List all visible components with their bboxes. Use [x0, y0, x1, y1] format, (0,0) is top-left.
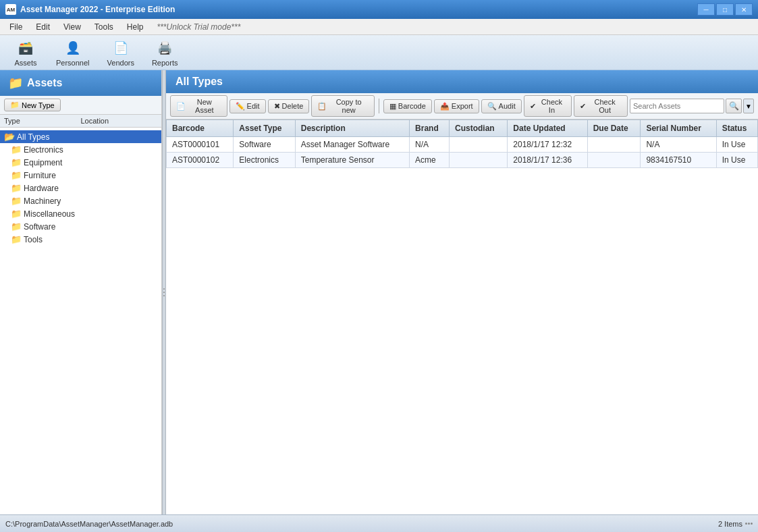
tree-item-all-types[interactable]: 📂 All Types: [0, 130, 161, 143]
left-panel: 📁 Assets 📁 New Type Type Location 📂 All …: [0, 70, 162, 514]
table-row[interactable]: AST0000101SoftwareAsset Manager Software…: [167, 137, 758, 153]
copy-to-new-button[interactable]: 📋 Copy to new: [311, 95, 374, 117]
search-input[interactable]: [630, 99, 724, 113]
menu-view[interactable]: View: [57, 21, 88, 33]
tree-item-label: Tools: [24, 235, 43, 244]
barcode-icon: ▦: [389, 102, 396, 111]
window-title: Asset Manager 2022 - Enterprise Edition: [20, 5, 175, 14]
new-asset-label: New Asset: [188, 98, 221, 114]
table-cell: Acme: [410, 153, 450, 168]
check-in-button[interactable]: ✔ Check In: [524, 95, 572, 117]
toolbar-assets-label: Assets: [14, 59, 36, 67]
toolbar-vendors[interactable]: 📄 Vendors: [100, 35, 142, 70]
table-cell: 2018/1/17 12:32: [508, 137, 587, 153]
table-cell: AST0000101: [167, 137, 234, 153]
audit-button[interactable]: 🔍 Audit: [481, 99, 522, 113]
toolbar-vendors-label: Vendors: [107, 59, 134, 67]
tree-item-label: Hardware: [24, 184, 59, 193]
table-cell: Temperature Sensor: [295, 153, 409, 168]
scroll-right-button[interactable]: ▼: [743, 99, 754, 113]
delete-button[interactable]: ✖ Delete: [268, 99, 310, 113]
col-location-header: Location: [81, 117, 158, 125]
tree-item-machinery[interactable]: 📁 Machinery: [0, 194, 161, 207]
menu-unlock[interactable]: ***Unlock Trial mode***: [151, 21, 248, 33]
check-out-button[interactable]: ✔ Check Out: [574, 95, 628, 117]
toolbar-reports[interactable]: 🖨️ Reports: [144, 35, 186, 70]
toolbar-assets[interactable]: 🗃️ Assets: [5, 35, 46, 70]
asset-type-tree: 📂 All Types 📁 Electronics 📁 Equipment 📁 …: [0, 128, 161, 514]
asset-table: Barcode Asset Type Description Brand Cus…: [166, 119, 758, 168]
minimize-button[interactable]: ─: [697, 3, 715, 16]
tree-item-software[interactable]: 📁 Software: [0, 220, 161, 233]
tree-item-label: All Types: [17, 132, 49, 142]
col-asset-type[interactable]: Asset Type: [234, 120, 295, 137]
main-toolbar: 🗃️ Assets 👤 Personnel 📄 Vendors 🖨️ Repor…: [0, 35, 758, 70]
col-description[interactable]: Description: [295, 120, 409, 137]
new-asset-button[interactable]: 📄 New Asset: [170, 95, 227, 117]
maximize-button[interactable]: □: [716, 3, 734, 16]
barcode-button[interactable]: ▦ Barcode: [383, 99, 432, 113]
edit-label: Edit: [247, 102, 260, 110]
new-type-button[interactable]: 📁 New Type: [4, 99, 61, 111]
right-panel: All Types 📄 New Asset ✏️ Edit ✖ Delete 📋…: [166, 70, 758, 514]
edit-button[interactable]: ✏️ Edit: [229, 99, 266, 113]
title-bar: AM Asset Manager 2022 - Enterprise Editi…: [0, 0, 758, 19]
audit-icon: 🔍: [487, 102, 497, 111]
col-custodian[interactable]: Custodian: [450, 120, 508, 137]
audit-label: Audit: [499, 102, 516, 110]
toolbar-personnel[interactable]: 👤 Personnel: [49, 35, 97, 70]
software-folder-icon: 📁: [11, 221, 22, 232]
resize-grip[interactable]: [745, 523, 753, 525]
item-count: 2 Items: [718, 520, 742, 528]
vendors-icon: 📄: [111, 38, 130, 57]
export-label: Export: [452, 102, 473, 110]
left-panel-toolbar: 📁 New Type: [0, 96, 161, 115]
export-button[interactable]: 📤 Export: [434, 99, 479, 113]
col-due-date[interactable]: Due Date: [587, 120, 641, 137]
tree-item-hardware[interactable]: 📁 Hardware: [0, 182, 161, 194]
check-out-icon: ✔: [580, 102, 586, 111]
col-status[interactable]: Status: [716, 120, 757, 137]
tree-item-furniture[interactable]: 📁 Furniture: [0, 169, 161, 182]
table-cell: In Use: [716, 137, 757, 153]
col-barcode[interactable]: Barcode: [167, 120, 234, 137]
menu-edit[interactable]: Edit: [29, 21, 57, 33]
tree-item-electronics[interactable]: 📁 Electronics: [0, 143, 161, 156]
machinery-folder-icon: 📁: [11, 196, 22, 206]
tree-item-label: Software: [24, 222, 55, 232]
assets-folder-icon: 📁: [8, 76, 23, 90]
tree-item-miscellaneous[interactable]: 📁 Miscellaneous: [0, 207, 161, 220]
copy-label: Copy to new: [329, 98, 368, 114]
check-out-label: Check Out: [588, 98, 622, 114]
delete-icon: ✖: [274, 102, 280, 111]
tools-folder-icon: 📁: [11, 234, 22, 244]
table-cell: N/A: [410, 137, 450, 153]
tree-item-equipment[interactable]: 📁 Equipment: [0, 156, 161, 169]
table-cell: Software: [234, 137, 295, 153]
hardware-folder-icon: 📁: [11, 183, 22, 193]
tree-item-label: Electronics: [24, 145, 63, 155]
tree-item-label: Machinery: [24, 196, 61, 206]
assets-icon: 🗃️: [16, 38, 35, 57]
menu-bar: File Edit View Tools Help ***Unlock Tria…: [0, 19, 758, 35]
close-button[interactable]: ✕: [735, 3, 753, 16]
search-button[interactable]: 🔍: [726, 99, 742, 113]
tree-column-headers: Type Location: [0, 115, 161, 128]
menu-tools[interactable]: Tools: [88, 21, 120, 33]
tree-item-tools[interactable]: 📁 Tools: [0, 233, 161, 246]
menu-help[interactable]: Help: [120, 21, 151, 33]
copy-icon: 📋: [317, 102, 327, 111]
table-row[interactable]: AST0000102ElectronicsTemperature SensorA…: [167, 153, 758, 168]
col-serial-number[interactable]: Serial Number: [641, 120, 716, 137]
status-right: 2 Items: [718, 520, 753, 528]
col-brand[interactable]: Brand: [410, 120, 450, 137]
personnel-icon: 👤: [63, 38, 82, 57]
table-cell: N/A: [641, 137, 716, 153]
tree-item-label: Miscellaneous: [24, 209, 75, 219]
col-date-updated[interactable]: Date Updated: [508, 120, 587, 137]
status-path: C:\ProgramData\AssetManager\AssetManager…: [5, 520, 173, 528]
menu-file[interactable]: File: [3, 21, 29, 33]
table-cell: Electronics: [234, 153, 295, 168]
status-bar: C:\ProgramData\AssetManager\AssetManager…: [0, 514, 758, 532]
check-in-icon: ✔: [530, 102, 536, 111]
